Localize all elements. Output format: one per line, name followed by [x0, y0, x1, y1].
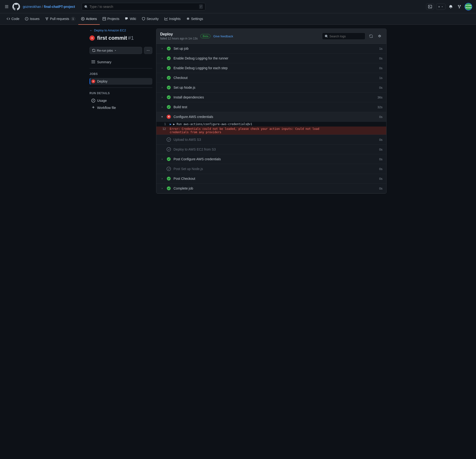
nav-wiki-label: Wiki: [130, 17, 136, 21]
step-duration: 0s: [379, 138, 382, 142]
nav-insights-label: Insights: [169, 17, 181, 21]
step-row[interactable]: › Install dependencies 36s: [156, 92, 386, 102]
repo-nav: Code Issues Pull requests 1 Actions Proj…: [0, 13, 476, 25]
step-name: Post Checkout: [173, 177, 377, 181]
step-row[interactable]: ▾ ✕ Configure AWS credentials 0s: [156, 112, 386, 122]
step-row[interactable]: › Set up job 1s: [156, 44, 386, 53]
step-skip-icon: [166, 137, 171, 142]
new-button[interactable]: +: [436, 4, 446, 10]
repo-owner[interactable]: gozneokhan: [23, 5, 41, 8]
step-success-icon: [166, 66, 171, 70]
usage-icon: [91, 99, 95, 102]
chevron-right-icon: ›: [160, 47, 164, 50]
breadcrumb[interactable]: ← Deploy to Amazon EC2: [89, 29, 152, 32]
jobs-section-label: Jobs: [89, 71, 152, 76]
step-success-icon: [166, 186, 171, 191]
step-row-post-configure-aws[interactable]: › Post Configure AWS credentials 0s: [156, 154, 386, 164]
terminal-button[interactable]: [426, 4, 434, 10]
step-row-setup-nodejs[interactable]: › Set up Node.js 0s: [156, 83, 386, 92]
nav-security[interactable]: Security: [139, 13, 162, 25]
step-row-install-dependencies[interactable]: › Install dependencies 36s: [156, 92, 386, 102]
chevron-right-icon: ›: [160, 86, 164, 89]
nav-settings-label: Settings: [191, 17, 203, 21]
step-name: Enable Debug Logging for the runner: [173, 56, 377, 60]
rerun-jobs-button[interactable]: Re-run jobs: [89, 47, 142, 54]
logs-settings-button[interactable]: [377, 33, 382, 39]
repo-name[interactable]: final-chatPT-project: [44, 5, 75, 8]
step-row[interactable]: › Post Checkout 0s: [156, 174, 386, 184]
nav-wiki[interactable]: Wiki: [122, 13, 139, 25]
step-row[interactable]: › Checkout 1s: [156, 73, 386, 83]
hamburger-button[interactable]: [4, 4, 9, 9]
step-row-enable-debug-logging-step[interactable]: › Enable Debug Logging for each step 0s: [156, 63, 386, 73]
nav-insights[interactable]: Insights: [162, 13, 184, 25]
chevron-right-icon: ›: [160, 96, 164, 99]
step-name: Complete job: [173, 186, 377, 190]
nav-actions[interactable]: Actions: [78, 13, 100, 25]
nav-pulls[interactable]: Pull requests 1: [42, 13, 78, 25]
step-row-configure-aws[interactable]: ▾ ✕ Configure AWS credentials 0s 1 ▶ ▶ R…: [156, 112, 386, 135]
step-log-content: 1 ▶ ▶ Run aws-actions/configure-aws-cred…: [156, 122, 386, 135]
step-name: Deploy to AWS EC2 from S3: [173, 147, 377, 151]
step-row[interactable]: Upload to AWS S3 0s: [156, 135, 386, 145]
more-options-button[interactable]: ···: [144, 47, 152, 54]
step-row[interactable]: › Build test 32s: [156, 102, 386, 112]
step-row[interactable]: › Enable Debug Logging for each step 0s: [156, 63, 386, 73]
sidebar-item-workflow-file[interactable]: Workflow file: [89, 104, 152, 111]
log-line: 12 Error: Credentials could not be loade…: [156, 126, 386, 135]
step-row[interactable]: › Post Configure AWS credentials 0s: [156, 154, 386, 164]
search-logs-input[interactable]: [329, 34, 363, 38]
nav-settings[interactable]: Settings: [184, 13, 206, 25]
sidebar: ← Deploy to Amazon EC2 first commit #1 R…: [89, 29, 156, 194]
step-row[interactable]: Post Set up Node.js 0s: [156, 164, 386, 174]
step-row-complete-job[interactable]: › Complete job 0s: [156, 184, 386, 193]
step-row[interactable]: › Set up Node.js 0s: [156, 83, 386, 92]
refresh-logs-button[interactable]: [368, 33, 374, 39]
sidebar-item-usage[interactable]: Usage: [89, 97, 152, 104]
step-row-enable-debug-logging-runner[interactable]: › Enable Debug Logging for the runner 0s: [156, 53, 386, 63]
step-row-build-test[interactable]: › Build test 32s: [156, 102, 386, 112]
pulls-icon: [45, 17, 49, 20]
step-success-icon: [166, 46, 171, 51]
repo-path: gozneokhan / final-chatPT-project: [23, 5, 75, 8]
search-input[interactable]: [89, 5, 197, 8]
nav-projects[interactable]: Projects: [100, 13, 122, 25]
fork-button[interactable]: [456, 3, 463, 10]
deploy-panel: Deploy failed 12 hours ago in 1m 13s Bet…: [156, 29, 387, 194]
main-content: Deploy failed 12 hours ago in 1m 13s Bet…: [156, 29, 387, 194]
step-name: Upload to AWS S3: [173, 138, 377, 142]
give-feedback-link[interactable]: Give feedback: [213, 34, 233, 38]
chevron-right-icon: ›: [160, 105, 164, 109]
log-line-number: 12: [160, 127, 166, 131]
step-row-post-checkout[interactable]: › Post Checkout 0s: [156, 174, 386, 184]
step-row-setup-job[interactable]: › Set up job 1s: [156, 44, 386, 53]
avatar-text: GOZNE OKHAN: [465, 4, 472, 9]
deploy-meta: failed 12 hours ago in 1m 13s: [160, 37, 197, 40]
step-row-deploy-ec2[interactable]: Deploy to AWS EC2 from S3 0s: [156, 145, 386, 154]
step-row-upload-s3[interactable]: Upload to AWS S3 0s: [156, 135, 386, 145]
step-duration: 1s: [379, 47, 382, 50]
nav-code[interactable]: Code: [4, 13, 22, 25]
step-row[interactable]: › Enable Debug Logging for the runner 0s: [156, 53, 386, 63]
nav-issues[interactable]: Issues: [22, 13, 42, 25]
sidebar-item-deploy[interactable]: Deploy: [89, 78, 152, 85]
step-row-post-setup-nodejs[interactable]: Post Set up Node.js 0s: [156, 164, 386, 174]
step-row-checkout[interactable]: › Checkout 1s: [156, 73, 386, 83]
step-success-icon: [166, 56, 171, 61]
breadcrumb-arrow: ←: [89, 29, 93, 32]
step-duration: 0s: [379, 115, 382, 119]
log-arrow: ▶: [170, 123, 171, 126]
notifications-button[interactable]: [447, 3, 454, 10]
avatar[interactable]: GOZNE OKHAN: [465, 3, 472, 10]
step-row[interactable]: › Complete job 0s: [156, 184, 386, 193]
step-name: Set up job: [173, 47, 377, 50]
search-logs-icon: [325, 34, 328, 38]
step-row[interactable]: Deploy to AWS EC2 from S3 0s: [156, 145, 386, 154]
run-number: #1: [128, 35, 134, 41]
step-success-icon: [166, 105, 171, 109]
rerun-icon: [92, 49, 95, 52]
sidebar-item-summary[interactable]: Summary: [89, 59, 152, 65]
search-logs[interactable]: [322, 33, 365, 40]
deploy-job-label: Deploy: [97, 79, 108, 83]
global-search[interactable]: /: [82, 3, 205, 10]
